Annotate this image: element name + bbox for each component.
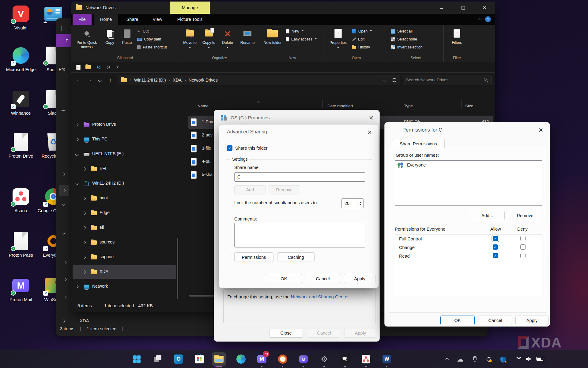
forward-button[interactable]: → xyxy=(84,77,95,83)
move-to-button[interactable]: ← Move to xyxy=(180,26,199,56)
ok-button[interactable]: OK xyxy=(440,316,475,325)
copy-path-button[interactable]: Copy path xyxy=(135,35,178,43)
permissions-button[interactable]: Permissions xyxy=(234,252,273,262)
deny-change-checkbox[interactable] xyxy=(520,244,526,250)
pin-to-quick-access-button[interactable]: Pin to Quick access xyxy=(73,26,101,56)
desktop-icon-proton-mail[interactable]: M✓ Proton Mail xyxy=(5,276,37,302)
security-shield-icon[interactable] xyxy=(499,356,507,364)
tree-item-efi[interactable]: EFI xyxy=(73,162,176,176)
tree-item-uefi-ntfs[interactable]: UEFI_NTFS (E:) xyxy=(73,148,176,161)
search-input[interactable]: Search Network Drives xyxy=(403,75,492,85)
task-view-button[interactable] xyxy=(151,352,164,366)
desktop-icon-vivaldi[interactable]: V✓ Vivaldi xyxy=(5,4,37,31)
manage-context-tab[interactable]: Manage xyxy=(170,2,210,14)
microsoft-store-icon[interactable] xyxy=(193,352,206,366)
breadcrumb[interactable]: › Win11-24H2 (D:) › XDA › Network Drives xyxy=(118,75,400,85)
start-button[interactable] xyxy=(130,352,144,366)
tree-chevron[interactable] xyxy=(62,231,65,234)
crumb-drive[interactable]: Win11-24H2 (D:) xyxy=(134,78,166,82)
tree-item-edge[interactable]: Edge xyxy=(73,206,176,220)
minimize-button[interactable]: – xyxy=(431,2,452,14)
desktop-icon-winhance[interactable]: ↗ Winhance xyxy=(5,90,37,116)
share-permissions-tab[interactable]: Share Permissions xyxy=(392,139,445,148)
add-button[interactable]: Add xyxy=(234,185,266,194)
filters-button[interactable]: Filters xyxy=(446,26,468,56)
easy-access-button[interactable]: Easy access xyxy=(284,35,323,43)
maximize-button[interactable] xyxy=(452,2,474,14)
allow-read-checkbox[interactable]: ✓ xyxy=(493,253,498,258)
select-none-button[interactable]: Select none xyxy=(389,35,442,43)
tree-chevron[interactable] xyxy=(62,202,65,205)
cancel-button[interactable]: Cancel xyxy=(306,274,340,283)
properties-quick-icon[interactable] xyxy=(76,65,81,70)
new-item-button[interactable]: New xyxy=(284,27,323,35)
undo-icon[interactable] xyxy=(96,65,101,70)
close-button[interactable]: × xyxy=(474,2,495,14)
tree-chevron[interactable] xyxy=(63,260,66,264)
close-icon[interactable]: ✕ xyxy=(367,113,376,122)
tree-item-network[interactable]: Network xyxy=(73,280,176,293)
desktop-icon-asana[interactable]: ✓ Asana xyxy=(5,187,37,213)
add-button[interactable]: Add... xyxy=(470,211,505,220)
onedrive-icon[interactable]: ☁ xyxy=(456,356,465,363)
ok-button[interactable]: OK xyxy=(266,274,302,283)
proton-mail-icon[interactable]: M xyxy=(297,352,310,366)
close-icon[interactable]: ✕ xyxy=(536,125,545,135)
share-this-folder-checkbox[interactable]: ✓ xyxy=(227,145,232,151)
tray-expand-chevron[interactable] xyxy=(443,356,451,363)
sync-icon[interactable] xyxy=(485,356,492,363)
new-folder-button[interactable]: New folder xyxy=(261,26,284,56)
network-sharing-center-link[interactable]: Network and Sharing Center xyxy=(291,294,349,299)
limit-spinner[interactable]: 20 ▲▼ xyxy=(341,198,364,208)
copy-to-button[interactable]: Copy to xyxy=(199,26,218,56)
close-button[interactable]: Close xyxy=(269,328,303,338)
back-button[interactable]: ← xyxy=(74,77,84,83)
tree-chevron[interactable] xyxy=(63,295,66,299)
column-header-type[interactable]: Type xyxy=(404,104,413,108)
deny-read-checkbox[interactable] xyxy=(520,253,526,258)
tree-item-efi2[interactable]: efi xyxy=(73,221,176,235)
wifi-icon[interactable] xyxy=(515,356,522,362)
apply-button[interactable]: Apply xyxy=(515,316,548,325)
proton-mail-notification-icon[interactable]: M 73 xyxy=(255,352,269,366)
remove-button[interactable]: Remove xyxy=(269,185,300,194)
open-button[interactable]: Open xyxy=(350,27,386,35)
column-header-size[interactable]: Size xyxy=(465,104,473,108)
apply-button[interactable]: Apply xyxy=(344,274,375,283)
group-user-list[interactable]: Everyone xyxy=(395,160,542,206)
nav-scrollbar[interactable] xyxy=(177,238,178,305)
close-icon[interactable]: ✕ xyxy=(365,128,374,137)
column-header-date[interactable]: Date modified xyxy=(327,104,353,108)
share-name-input[interactable]: C xyxy=(234,172,365,182)
folder-quick-icon[interactable] xyxy=(85,65,91,69)
tree-item-sources[interactable]: sources xyxy=(73,236,176,249)
column-header-name[interactable]: Name xyxy=(198,104,209,108)
history-button[interactable]: History xyxy=(350,43,386,51)
apply-button[interactable]: Apply xyxy=(345,328,376,338)
properties-button[interactable]: Properties xyxy=(326,26,350,56)
customize-qat-icon[interactable] xyxy=(116,66,119,69)
collapse-ribbon-icon[interactable] xyxy=(478,18,481,21)
asana-icon[interactable] xyxy=(359,352,373,366)
refresh-icon[interactable] xyxy=(392,78,397,82)
usb-device-icon[interactable] xyxy=(472,356,478,363)
tree-item-proton-drive[interactable]: Proton Drive xyxy=(73,118,176,132)
remove-button[interactable]: Remove xyxy=(508,211,542,220)
address-dropdown-icon[interactable] xyxy=(383,78,386,82)
allow-full-control-checkbox[interactable]: ✓ xyxy=(493,236,498,241)
file-explorer-icon[interactable] xyxy=(212,352,226,366)
edit-button[interactable]: Edit xyxy=(350,35,386,43)
desktop-icon-proton-pass[interactable]: ✓ Proton Pass xyxy=(5,232,37,258)
volume-icon[interactable] xyxy=(525,356,532,362)
paste-button[interactable]: Paste xyxy=(119,26,135,56)
word-icon[interactable]: W xyxy=(380,352,394,366)
desktop-icon-edge[interactable]: ↗ Microsoft Edge xyxy=(5,46,37,72)
tree-item-support[interactable]: support xyxy=(73,251,176,264)
behind-file-tab[interactable]: F xyxy=(56,34,71,47)
caching-button[interactable]: Caching xyxy=(277,252,315,262)
tab-picture-tools[interactable]: Picture Tools xyxy=(170,14,210,25)
cancel-button[interactable]: Cancel xyxy=(478,316,512,325)
tab-file[interactable]: File xyxy=(73,14,92,25)
copy-button[interactable]: Copy xyxy=(101,26,119,56)
cancel-button[interactable]: Cancel xyxy=(308,328,340,338)
